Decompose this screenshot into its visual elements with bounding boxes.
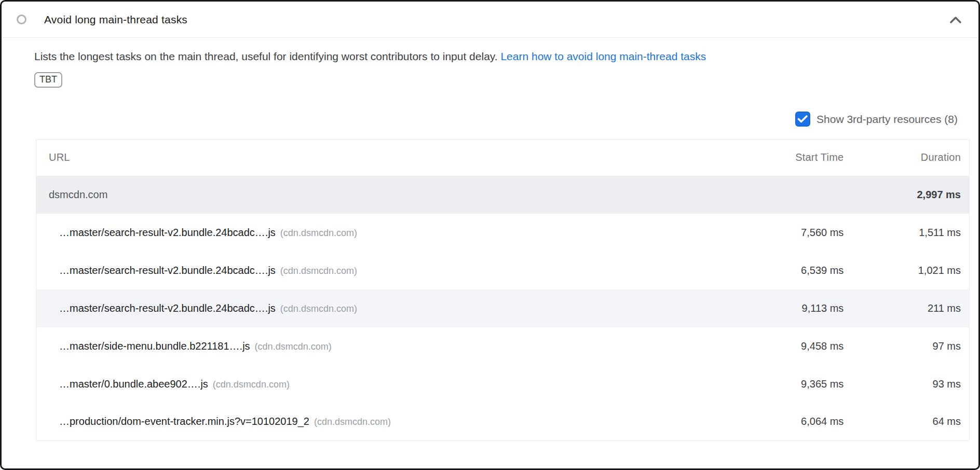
url-cell: …master/side-menu.bundle.b221181….js(cdn… bbox=[36, 327, 748, 365]
group-start-time bbox=[748, 176, 852, 214]
tbt-metric-chip: TBT bbox=[34, 72, 62, 88]
group-duration: 2,997 ms bbox=[852, 176, 969, 214]
chevron-up-icon bbox=[949, 16, 962, 23]
audit-body: Lists the longest tasks on the main thre… bbox=[2, 38, 978, 441]
column-header-duration: Duration bbox=[852, 140, 969, 176]
duration-cell: 64 ms bbox=[852, 403, 969, 441]
start-time-cell: 9,365 ms bbox=[748, 365, 852, 403]
audit-card: Avoid long main-thread tasks Lists the l… bbox=[0, 0, 980, 470]
table-container: URL Start Time Duration dsmcdn.com 2,997… bbox=[36, 139, 961, 441]
checkmark-icon bbox=[797, 115, 808, 123]
start-time-cell: 9,458 ms bbox=[748, 327, 852, 365]
resource-host: (cdn.dsmcdn.com) bbox=[314, 417, 391, 427]
table-row: …master/search-result-v2.bundle.24bcadc…… bbox=[36, 289, 970, 327]
column-header-start-time: Start Time bbox=[748, 140, 852, 176]
table-row: …master/0.bundle.abee902….js(cdn.dsmcdn.… bbox=[36, 365, 970, 403]
column-header-url: URL bbox=[36, 140, 748, 176]
table-row: …master/side-menu.bundle.b221181….js(cdn… bbox=[36, 327, 970, 365]
url-cell: …master/search-result-v2.bundle.24bcadc…… bbox=[36, 252, 748, 289]
audit-header[interactable]: Avoid long main-thread tasks bbox=[2, 2, 978, 38]
show-third-party-checkbox[interactable] bbox=[795, 112, 810, 127]
duration-cell: 97 ms bbox=[852, 327, 969, 365]
url-cell: …master/search-result-v2.bundle.24bcadc…… bbox=[36, 214, 748, 252]
start-time-cell: 7,560 ms bbox=[748, 214, 852, 252]
resource-url: …master/search-result-v2.bundle.24bcadc…… bbox=[59, 302, 276, 314]
resource-host: (cdn.dsmcdn.com) bbox=[280, 303, 357, 314]
resource-host: (cdn.dsmcdn.com) bbox=[280, 228, 357, 238]
table-row: …production/dom-event-tracker.min.js?v=1… bbox=[36, 403, 970, 441]
resource-url: …master/0.bundle.abee902….js bbox=[59, 378, 208, 390]
audit-title: Avoid long main-thread tasks bbox=[44, 13, 187, 26]
resource-url: …production/dom-event-tracker.min.js?v=1… bbox=[59, 416, 309, 427]
table-group-row: dsmcdn.com 2,997 ms bbox=[36, 176, 970, 214]
duration-cell: 93 ms bbox=[852, 365, 969, 403]
table-header-row: URL Start Time Duration bbox=[36, 140, 970, 176]
collapse-button[interactable] bbox=[948, 12, 963, 27]
url-cell: …production/dom-event-tracker.min.js?v=1… bbox=[36, 403, 748, 441]
resource-host: (cdn.dsmcdn.com) bbox=[255, 341, 332, 352]
show-third-party-label[interactable]: Show 3rd-party resources (8) bbox=[816, 113, 958, 126]
resource-url: …master/search-result-v2.bundle.24bcadc…… bbox=[59, 265, 276, 276]
resource-url: …master/search-result-v2.bundle.24bcadc…… bbox=[59, 227, 276, 238]
url-cell: …master/0.bundle.abee902….js(cdn.dsmcdn.… bbox=[36, 365, 748, 403]
description-text: Lists the longest tasks on the main thre… bbox=[34, 50, 500, 62]
resource-host: (cdn.dsmcdn.com) bbox=[280, 266, 357, 276]
resource-url: …master/side-menu.bundle.b221181….js bbox=[59, 340, 250, 352]
duration-cell: 1,511 ms bbox=[852, 214, 969, 252]
url-cell: …master/search-result-v2.bundle.24bcadc…… bbox=[36, 289, 748, 327]
start-time-cell: 9,113 ms bbox=[748, 289, 852, 327]
table-row: …master/search-result-v2.bundle.24bcadc…… bbox=[36, 252, 970, 289]
third-party-filter-row: Show 3rd-party resources (8) bbox=[34, 112, 961, 127]
start-time-cell: 6,539 ms bbox=[748, 252, 852, 289]
duration-cell: 1,021 ms bbox=[852, 252, 969, 289]
score-circle-icon bbox=[17, 15, 26, 24]
long-tasks-table: URL Start Time Duration dsmcdn.com 2,997… bbox=[36, 139, 970, 441]
group-host: dsmcdn.com bbox=[36, 176, 748, 214]
start-time-cell: 6,064 ms bbox=[748, 403, 852, 441]
audit-description: Lists the longest tasks on the main thre… bbox=[34, 49, 961, 64]
resource-host: (cdn.dsmcdn.com) bbox=[213, 379, 290, 390]
learn-more-link[interactable]: Learn how to avoid long main-thread task… bbox=[500, 50, 706, 62]
table-row: …master/search-result-v2.bundle.24bcadc…… bbox=[36, 214, 970, 252]
duration-cell: 211 ms bbox=[852, 289, 969, 327]
